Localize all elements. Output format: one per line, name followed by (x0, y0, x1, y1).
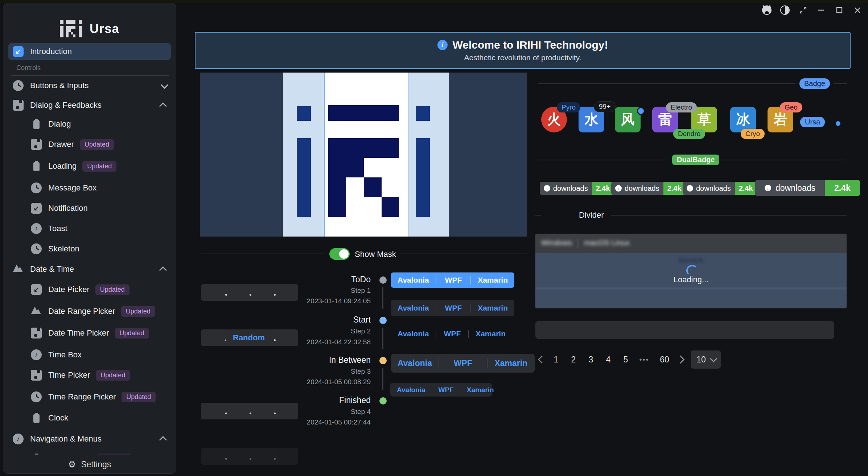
battery-icon (31, 161, 42, 172)
sidebar-item-date-range-picker[interactable]: Date Range Picker Updated (8, 303, 171, 320)
xamarin-button[interactable]: Xamarin (471, 304, 514, 312)
page-number[interactable]: 2 (567, 355, 580, 365)
chevron-down-icon (161, 81, 168, 89)
electro-badge: Electro (666, 102, 697, 112)
arrow-import-icon: ↙ (31, 284, 42, 295)
page-number[interactable]: 3 (585, 355, 597, 365)
sidebar-item-time-box[interactable]: ♪ Time Box (8, 346, 171, 363)
sidebar-group-label: Buttons & Inputs (30, 81, 89, 90)
floppy-icon (31, 139, 42, 150)
timeline-line (382, 287, 383, 309)
wpf-button[interactable]: WPF (436, 276, 470, 284)
wpf-button[interactable]: WPF (432, 386, 460, 394)
page-size-select[interactable]: 10 (691, 350, 721, 369)
sidebar-item-toast[interactable]: ♪ Toast (8, 220, 171, 237)
sidebar-item-label: Toast (48, 224, 67, 233)
close-icon[interactable] (852, 5, 863, 15)
xamarin-button[interactable]: Xamarin (471, 276, 514, 284)
sidebar-item-label: Notification (48, 204, 88, 213)
sidebar-item-loading[interactable]: Loading Updated (8, 158, 171, 175)
updated-badge: Updated (115, 328, 149, 338)
timeline-title: ToDo (254, 275, 371, 284)
xamarin-button[interactable]: Xamarin (460, 386, 501, 394)
page-number[interactable]: 5 (620, 355, 632, 365)
platform-group-solid: Avalonia WPF Xamarin (391, 272, 514, 288)
controls-group-label: Controls (16, 64, 41, 72)
sidebar-item-skeleton[interactable]: Skeleton (8, 241, 171, 257)
sidebar-item-time-picker[interactable]: Time Picker Updated (8, 367, 171, 383)
sidebar-item-date-picker[interactable]: ↙ Date Picker Updated (8, 281, 171, 298)
tab-macos-linux[interactable]: macOS Linux (584, 238, 630, 247)
sidebar: Ursa ↙ Introduction Controls Buttons & I… (3, 3, 176, 474)
wpf-button[interactable]: WPF (436, 329, 468, 338)
sidebar-item-dialog[interactable]: Dialog (8, 116, 171, 132)
page-next-icon[interactable] (676, 356, 685, 364)
empty-input-box[interactable] (535, 321, 834, 339)
desktop-strip (0, 0, 868, 3)
sidebar-group-date-time[interactable]: Date & Time (8, 261, 171, 278)
avalonia-button[interactable]: Avalonia (391, 358, 439, 368)
theme-toggle-icon[interactable] (780, 5, 790, 15)
sidebar-group-buttons-inputs[interactable]: Buttons & Inputs (8, 77, 171, 94)
floppy-icon (31, 370, 42, 381)
page-ellipsis[interactable]: ••• (637, 356, 651, 364)
wpf-button[interactable]: WPF (439, 358, 487, 368)
fullscreen-icon[interactable] (798, 5, 808, 15)
download-icon: ↓ (544, 185, 550, 192)
page-number[interactable]: 1 (550, 355, 562, 365)
sidebar-item-drawer[interactable]: Drawer Updated (8, 136, 171, 153)
sidebar-item-clock[interactable]: Clock (8, 410, 171, 426)
page-number[interactable]: 4 (602, 355, 614, 365)
pagination: 1 2 3 4 5 ••• 60 10 (539, 350, 721, 369)
settings-button[interactable]: ⚙ Settings (3, 455, 176, 473)
page-number-last[interactable]: 60 (657, 355, 672, 365)
maximize-icon[interactable] (834, 5, 844, 15)
divider-line (834, 83, 847, 84)
badge-divider-pill: Badge (799, 78, 830, 89)
trees-icon (31, 306, 42, 317)
sidebar-item-message-box[interactable]: Message Box (8, 180, 171, 196)
xamarin-button[interactable]: Xamarin (488, 358, 535, 368)
download-icon: ↓ (687, 185, 693, 192)
cryo-badge: Cryo (741, 129, 765, 139)
music-note-icon: ♪ (31, 223, 42, 234)
app-title: Ursa (90, 21, 119, 36)
wpf-button[interactable]: WPF (436, 304, 470, 312)
updated-badge: Updated (122, 392, 156, 402)
updated-badge: Updated (82, 161, 116, 172)
page-prev-icon[interactable] (538, 356, 546, 364)
downloads-count: 2.4k (663, 182, 686, 195)
xamarin-button[interactable]: Xamarin (469, 329, 512, 338)
loading-text: Loading... (535, 275, 847, 284)
github-icon[interactable] (762, 5, 772, 15)
sidebar-group-dialog-feedbacks[interactable]: Dialog & Feedbacks (8, 97, 171, 114)
sidebar-item-notification[interactable]: ↙ Notification (8, 200, 171, 217)
avalonia-button[interactable]: Avalonia (390, 386, 432, 394)
sidebar-item-label: Skeleton (48, 244, 79, 254)
sidebar-item-introduction[interactable]: ↙ Introduction (8, 43, 171, 60)
sidebar-divider (11, 75, 169, 76)
avalonia-button[interactable]: Avalonia (391, 304, 436, 312)
show-mask-toggle[interactable] (329, 248, 350, 260)
battery-icon (31, 413, 42, 423)
clock-icon (13, 80, 24, 91)
floppy-icon (31, 328, 42, 338)
tab-windows[interactable]: Windows (541, 238, 572, 247)
sidebar-group-navigation-menus[interactable]: ♪ Navigation & Menus (8, 431, 171, 447)
downloads-count: 2.4k (825, 180, 860, 196)
sidebar-group-label: Date & Time (30, 264, 74, 274)
sidebar-item-date-time-picker[interactable]: Date Time Picker Updated (8, 325, 171, 341)
info-icon: i (437, 40, 448, 50)
sidebar-item-label: Date Time Picker (48, 328, 109, 338)
sidebar-item-label: Time Picker (48, 370, 90, 380)
ursa-badge: Ursa (800, 117, 825, 127)
divider-line (400, 254, 527, 254)
clock-icon (31, 391, 42, 402)
minimize-icon[interactable] (816, 5, 826, 15)
trees-icon (13, 264, 24, 275)
avalonia-button[interactable]: Avalonia (391, 329, 436, 338)
avalonia-button[interactable]: Avalonia (391, 276, 436, 284)
downloads-badge: ↓ downloads 2.4k (611, 182, 686, 195)
standalone-dot-badge (836, 121, 840, 126)
sidebar-item-time-range-picker[interactable]: Time Range Picker Updated (8, 389, 171, 405)
